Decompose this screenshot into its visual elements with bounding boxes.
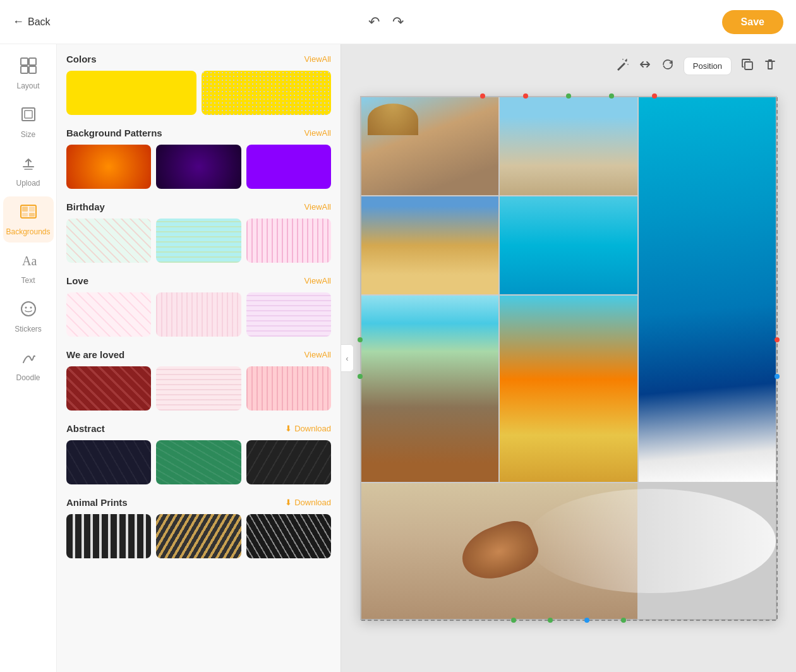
flip-button[interactable] — [638, 57, 652, 75]
position-button[interactable]: Position — [684, 57, 732, 75]
color-yellow-dot-swatch[interactable] — [202, 71, 332, 115]
selection-handles-top — [480, 93, 657, 99]
selection-handles-bottom — [511, 618, 626, 623]
photo-cell-4[interactable] — [500, 196, 637, 294]
animal-pattern-3[interactable] — [246, 514, 331, 558]
weloved-pattern-2[interactable] — [156, 366, 241, 411]
canvas-area: Position ‹ — [341, 44, 796, 672]
backgrounds-icon — [20, 203, 37, 225]
pattern-orange[interactable] — [66, 145, 151, 189]
sidebar-item-text[interactable]: Aa Text — [3, 245, 54, 291]
magic-wand-button[interactable] — [615, 57, 629, 75]
sidebar-item-size[interactable]: Size — [3, 99, 54, 145]
svg-rect-8 — [29, 207, 35, 212]
photo-cell-ocean[interactable] — [639, 97, 776, 482]
photo-cell-1[interactable] — [361, 97, 498, 195]
delete-button[interactable] — [763, 57, 777, 75]
back-label: Back — [28, 16, 51, 28]
layout-icon — [20, 57, 37, 79]
svg-rect-5 — [25, 111, 32, 118]
love-header: Love ViewAll — [66, 275, 331, 286]
birthday-section: Birthday ViewAll — [66, 201, 331, 263]
photo-cell-3[interactable] — [361, 196, 498, 294]
download-icon: ⬇ — [285, 424, 292, 433]
love-grid — [66, 292, 331, 337]
love-pattern-2[interactable] — [156, 292, 241, 337]
patterns-viewall[interactable]: ViewAll — [305, 128, 331, 138]
photo-cell-6[interactable] — [500, 296, 637, 482]
birthday-pattern-2[interactable] — [156, 219, 241, 263]
animal-prints-title: Animal Prints — [66, 497, 128, 508]
sidebar-item-upload[interactable]: Upload — [3, 148, 54, 194]
abstract-download[interactable]: ⬇ Download — [285, 424, 331, 433]
animal-prints-download[interactable]: ⬇ Download — [285, 498, 331, 507]
background-patterns-section: Background Patterns ViewAll — [66, 128, 331, 189]
back-arrow-icon: ← — [13, 15, 24, 28]
panel-collapse-button[interactable]: ‹ — [341, 344, 354, 372]
upload-label: Upload — [16, 179, 40, 188]
weloved-pattern-3[interactable] — [246, 366, 331, 411]
weloved-header: We are loved ViewAll — [66, 349, 331, 360]
birthday-header: Birthday ViewAll — [66, 201, 331, 212]
handle-dot — [609, 93, 614, 99]
colors-header: Colors ViewAll — [66, 54, 331, 64]
sidebar: Layout Size — [0, 44, 57, 672]
handle-dot — [775, 337, 780, 342]
svg-point-12 — [21, 302, 35, 316]
photo-cell-5[interactable] — [361, 296, 498, 482]
save-button[interactable]: Save — [722, 10, 783, 34]
svg-rect-0 — [21, 58, 28, 65]
animal-prints-download-label: Download — [294, 498, 331, 507]
patterns-title: Background Patterns — [66, 128, 162, 138]
love-viewall[interactable]: ViewAll — [305, 276, 331, 285]
svg-point-13 — [25, 307, 27, 309]
copy-button[interactable] — [740, 57, 754, 75]
top-center-tools: ↶ ↷ — [368, 14, 404, 30]
colors-section: Colors ViewAll — [66, 54, 331, 115]
handle-dot — [548, 618, 553, 623]
size-icon — [20, 105, 37, 128]
svg-rect-4 — [22, 108, 35, 121]
svg-rect-9 — [22, 213, 28, 217]
birthday-pattern-1[interactable] — [66, 219, 151, 263]
pattern-purple-dark[interactable] — [156, 145, 241, 189]
handle-dot — [621, 618, 626, 623]
photo-collage[interactable] — [360, 96, 777, 620]
svg-rect-3 — [29, 66, 36, 73]
love-pattern-1[interactable] — [66, 292, 151, 337]
colors-grid — [66, 71, 331, 115]
weloved-pattern-1[interactable] — [66, 366, 151, 411]
upload-icon — [20, 154, 37, 176]
love-pattern-3[interactable] — [246, 292, 331, 337]
sidebar-item-stickers[interactable]: Stickers — [3, 294, 54, 340]
abstract-pattern-1[interactable] — [66, 440, 151, 484]
animal-prints-section: Animal Prints ⬇ Download — [66, 497, 331, 558]
love-section: Love ViewAll — [66, 275, 331, 337]
refresh-button[interactable] — [661, 57, 675, 75]
weloved-viewall[interactable]: ViewAll — [305, 350, 331, 359]
undo-button[interactable]: ↶ — [368, 14, 380, 30]
svg-rect-7 — [22, 207, 28, 212]
download-icon-2: ⬇ — [285, 498, 292, 507]
top-bar: ← Back ↶ ↷ Save — [0, 0, 796, 44]
sidebar-item-layout[interactable]: Layout — [3, 51, 54, 97]
sidebar-item-doodle[interactable]: Doodle — [3, 342, 54, 388]
weloved-section: We are loved ViewAll — [66, 349, 331, 411]
sidebar-item-backgrounds[interactable]: Backgrounds — [3, 196, 54, 243]
handle-dot — [584, 618, 589, 623]
birthday-viewall[interactable]: ViewAll — [305, 202, 331, 212]
color-yellow-swatch[interactable] — [66, 71, 196, 115]
animal-pattern-2[interactable] — [156, 514, 241, 558]
birthday-pattern-3[interactable] — [246, 219, 331, 263]
photo-cell-2[interactable] — [500, 97, 637, 195]
colors-viewall[interactable]: ViewAll — [305, 54, 331, 64]
doodle-icon — [20, 349, 37, 371]
redo-button[interactable]: ↷ — [392, 14, 404, 30]
animal-pattern-1[interactable] — [66, 514, 151, 558]
back-button[interactable]: ← Back — [13, 15, 51, 28]
abstract-header: Abstract ⬇ Download — [66, 423, 331, 434]
abstract-pattern-2[interactable] — [156, 440, 241, 484]
pattern-purple[interactable] — [246, 145, 331, 189]
abstract-download-label: Download — [294, 424, 331, 433]
abstract-pattern-3[interactable] — [246, 440, 331, 484]
